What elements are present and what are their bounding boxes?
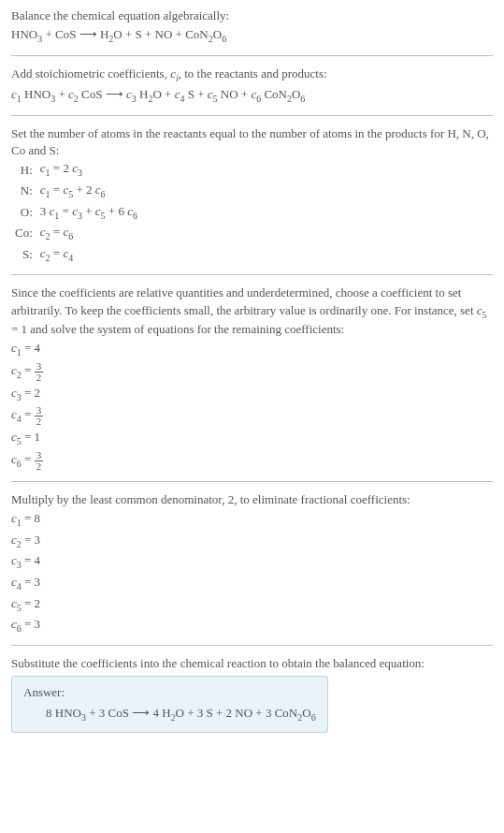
coeff-row: c3 = 4 (11, 552, 493, 572)
elem-eq: c1 = 2 c3 (36, 159, 141, 181)
section-stoich: Add stoichiometric coefficients, ci, to … (11, 66, 493, 106)
table-row: N: c1 = c5 + 2 c6 (11, 181, 141, 202)
table-row: O: 3 c1 = c3 + c5 + 6 c6 (11, 202, 141, 224)
elem-eq: 3 c1 = c3 + c5 + 6 c6 (36, 202, 141, 224)
coeff-list: c1 = 8 c2 = 3 c3 = 4 c4 = 3 c5 = 2 c6 = … (11, 510, 493, 636)
section-solve: Since the coefficients are relative quan… (11, 285, 493, 472)
coeff-row: c4 = 3 (11, 574, 493, 593)
coeff-row: c3 = 2 (11, 385, 493, 404)
section-multiply: Multiply by the least common denominator… (11, 491, 493, 636)
table-row: S: c2 = c4 (11, 244, 141, 266)
section-title: Substitute the coefficients into the che… (11, 655, 493, 672)
coeff-row: c1 = 8 (11, 510, 493, 530)
divider (11, 645, 493, 646)
section-title: Multiply by the least common denominator… (11, 491, 493, 508)
elem-label: N: (11, 181, 36, 202)
coeff-row: c4 = 32 (11, 405, 493, 427)
atom-balance-table: H: c1 = 2 c3 N: c1 = c5 + 2 c6 O: 3 c1 =… (11, 159, 141, 265)
coeff-row: c2 = 3 (11, 532, 493, 551)
elem-eq: c2 = c6 (36, 223, 141, 244)
coeff-list: c1 = 4 c2 = 32 c3 = 2 c4 = 32 c5 = 1 c6 … (11, 340, 493, 472)
table-row: H: c1 = 2 c3 (11, 159, 141, 181)
section-answer: Substitute the coefficients into the che… (11, 655, 493, 733)
coeff-row: c5 = 1 (11, 429, 493, 448)
elem-eq: c2 = c4 (36, 244, 141, 266)
elem-label: O: (11, 202, 36, 224)
answer-label: Answer: (23, 684, 316, 701)
elem-label: S: (11, 244, 36, 266)
coeff-row: c2 = 32 (11, 361, 493, 383)
divider (11, 274, 493, 275)
section-title: Since the coefficients are relative quan… (11, 285, 493, 338)
equation-unbalanced: HNO3 + CoS ⟶ H2O + S + NO + CoN2O6 (11, 26, 493, 46)
section-balance-title: Balance the chemical equation algebraica… (11, 7, 493, 46)
answer-box: Answer: 8 HNO3 + 3 CoS ⟶ 4 H2O + 3 S + 2… (11, 676, 328, 733)
section-title: Balance the chemical equation algebraica… (11, 7, 493, 24)
section-atom-balance: Set the number of atoms in the reactants… (11, 125, 493, 265)
coeff-row: c6 = 32 (11, 450, 493, 472)
coeff-row: c6 = 3 (11, 616, 493, 636)
elem-label: Co: (11, 223, 36, 244)
divider (11, 115, 493, 116)
divider (11, 55, 493, 56)
section-title: Add stoichiometric coefficients, ci, to … (11, 66, 493, 85)
section-title: Set the number of atoms in the reactants… (11, 125, 493, 159)
table-row: Co: c2 = c6 (11, 223, 141, 244)
answer-equation: 8 HNO3 + 3 CoS ⟶ 4 H2O + 3 S + 2 NO + 3 … (23, 705, 316, 724)
coeff-row: c5 = 2 (11, 595, 493, 615)
divider (11, 481, 493, 482)
equation-with-coeffs: c1 HNO3 + c2 CoS ⟶ c3 H2O + c4 S + c5 NO… (11, 86, 493, 106)
coeff-row: c1 = 4 (11, 340, 493, 359)
elem-label: H: (11, 159, 36, 181)
elem-eq: c1 = c5 + 2 c6 (36, 181, 141, 202)
